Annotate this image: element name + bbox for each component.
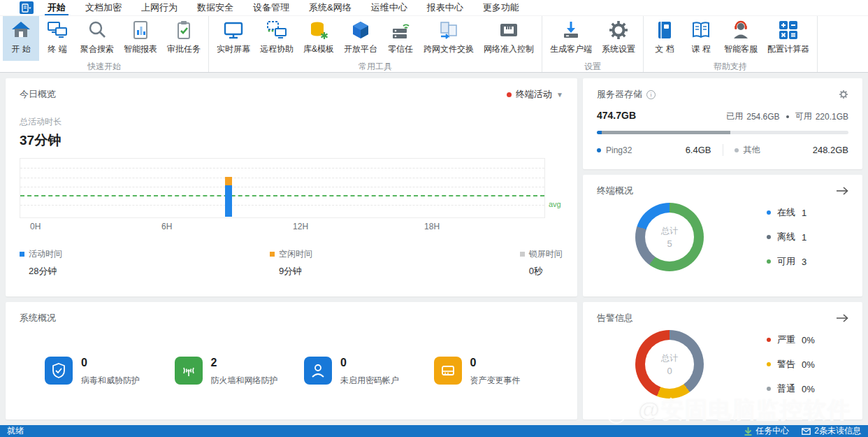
ribbon-zero-trust-button[interactable]: 零信任 [382, 16, 419, 61]
ribbon-approval-tasks-button[interactable]: 审批任务 [162, 16, 205, 61]
ribbon-network-access-button[interactable]: 网络准入控制 [479, 16, 539, 61]
menu-item-more[interactable]: 更多功能 [473, 0, 529, 15]
ribbon-terminal-button[interactable]: 终 端 [39, 16, 75, 61]
user-icon [304, 357, 332, 385]
approve-tasks-icon [173, 20, 194, 41]
home-icon [10, 20, 31, 41]
total-activity-value: 37分钟 [20, 131, 563, 150]
used-segment [602, 131, 730, 134]
legend-other: 其他 248.2GB [735, 144, 849, 156]
network-access-icon [498, 20, 519, 41]
dashboard-main: 今日概览 终端活动 ▼ 总活动时长 37分钟 [0, 73, 868, 425]
legend-critical: 严重0% [767, 334, 815, 346]
mail-icon [802, 428, 811, 435]
menu-item-report-center[interactable]: 报表中心 [417, 0, 473, 15]
legend-idle-time: 空闲时间 9分钟 [270, 248, 312, 278]
terminal-detail-arrow-button[interactable] [837, 187, 848, 195]
today-card-title: 今日概览 [20, 88, 56, 101]
ribbon-live-screen-button[interactable]: 实时屏幕 [212, 16, 255, 61]
storage-total: 474.7GB [597, 110, 636, 121]
storage-used-free: 已用254.6GB 可用220.1GB [726, 110, 848, 122]
alarm-card-title: 告警信息 [597, 312, 633, 324]
terminal-activity-dropdown[interactable]: 终端活动 ▼ [507, 88, 563, 101]
alarm-detail-arrow-button[interactable] [837, 314, 848, 322]
stat-virus-protection[interactable]: 0 病毒和威胁防护 [45, 357, 175, 387]
legend-warning: 警告0% [767, 358, 815, 371]
firewall-signal-icon [175, 357, 203, 385]
status-ready-text: 就绪 [7, 425, 24, 437]
menu-item-doc-encrypt[interactable]: 文档加密 [75, 0, 131, 15]
storage-progress-bar [597, 131, 848, 134]
ribbon-group-settings: 生成客户端 系统设置 设置 [542, 16, 644, 72]
alarm-donut-chart[interactable]: 总计 0 [635, 330, 704, 399]
chevron-down-icon: ▼ [556, 91, 563, 99]
server-storage-card: 服务器存储 i 474.7GB [583, 78, 862, 169]
legend-normal: 普通0% [767, 382, 815, 395]
stat-no-password-accounts[interactable]: 0 未启用密码帐户 [304, 357, 434, 387]
unread-messages-button[interactable]: 2条未读信息 [802, 425, 861, 437]
ribbon-library-template-button[interactable]: 库&模板 [298, 16, 339, 61]
ribbon-smart-support-button[interactable]: 智能客服 [719, 16, 762, 61]
divider [723, 144, 723, 156]
live-screen-icon [223, 20, 244, 41]
menu-item-start[interactable]: 开始 [38, 0, 75, 15]
ribbon-course-button[interactable]: 课 程 [683, 16, 719, 61]
course-icon [690, 20, 711, 41]
ribbon-file-exchange-button[interactable]: 跨网文件交换 [419, 16, 479, 61]
ribbon-start-button[interactable]: 开 始 [3, 16, 39, 61]
menu-item-system-network[interactable]: 系统&网络 [299, 0, 361, 15]
ribbon-group-quick-start: 开 始 终 端 聚合搜索 [0, 16, 209, 72]
stat-asset-change-events[interactable]: 0 资产变更事件 [434, 357, 564, 387]
avg-line [20, 195, 544, 196]
x-tick: 18H [424, 222, 440, 231]
menu-item-ops-center[interactable]: 运维中心 [361, 0, 417, 15]
ribbon-open-platform-button[interactable]: 开放平台 [339, 16, 382, 61]
info-icon[interactable]: i [646, 90, 656, 99]
terminal-overview-card: 终端概况 总计 5 在线1 [583, 175, 862, 296]
terminal-donut-chart[interactable]: 总计 5 [635, 203, 704, 271]
app-logo-button[interactable] [20, 1, 34, 14]
storage-legend: Ping32 6.4GB 其他 248.2GB [597, 144, 848, 156]
gear-icon [839, 89, 848, 99]
terminals-icon [47, 20, 68, 41]
chart-legend: 活动时间 28分钟 空闲时间 9分钟 锁屏时间 0秒 [20, 248, 563, 276]
separator-dot [786, 115, 789, 118]
ribbon-toolbar: 开 始 终 端 聚合搜索 [0, 15, 868, 73]
ribbon-aggregate-search-button[interactable]: 聚合搜索 [75, 16, 119, 61]
stat-firewall-protection[interactable]: 2 防火墙和网络防护 [175, 357, 305, 387]
activity-bar[interactable] [225, 177, 232, 217]
alarm-info-card: 告警信息 总计 0 严重0% [583, 302, 862, 420]
terminal-card-title: 终端概况 [597, 185, 633, 197]
x-tick: 6H [161, 222, 172, 231]
system-card-title: 系统概况 [20, 312, 56, 324]
ribbon-group-help: 文 档 课 程 [644, 16, 818, 72]
menu-item-device-mgmt[interactable]: 设备管理 [243, 0, 299, 15]
menu-item-web-behavior[interactable]: 上网行为 [131, 0, 187, 15]
ribbon-smart-report-button[interactable]: 智能报表 [119, 16, 162, 61]
ribbon-remote-assist-button[interactable]: 远程协助 [255, 16, 298, 61]
task-center-button[interactable]: 任务中心 [744, 425, 789, 437]
ribbon-generate-client-button[interactable]: 生成客户端 [545, 16, 597, 61]
alarm-legend: 严重0% 警告0% 普通0% [767, 334, 815, 395]
search-icon [87, 20, 108, 41]
chart-plot-area [20, 158, 545, 218]
x-axis: 0H 6H 12H 18H [20, 222, 545, 233]
legend-ping32: Ping32 6.4GB [597, 144, 711, 156]
menu-item-data-security[interactable]: 数据安全 [187, 0, 243, 15]
remote-assist-icon [266, 20, 287, 41]
generate-client-icon [560, 20, 581, 41]
legend-lock-time: 锁屏时间 0秒 [520, 248, 563, 278]
open-platform-icon [350, 20, 371, 41]
arrow-right-icon [837, 187, 848, 195]
activity-bar-chart: avg 0H 6H 12H 18H [20, 158, 545, 233]
x-tick: 0H [30, 222, 41, 231]
system-settings-icon [608, 20, 629, 41]
storage-settings-button[interactable] [839, 89, 848, 99]
ribbon-docs-button[interactable]: 文 档 [646, 16, 683, 61]
report-icon [130, 20, 151, 41]
status-bar: 就绪 任务中心 2条未读信息 [0, 425, 868, 437]
download-icon [744, 427, 752, 436]
ribbon-system-settings-button[interactable]: 系统设置 [597, 16, 640, 61]
legend-available: 可用3 [767, 255, 806, 268]
ribbon-config-calculator-button[interactable]: 配置计算器 [762, 16, 814, 61]
